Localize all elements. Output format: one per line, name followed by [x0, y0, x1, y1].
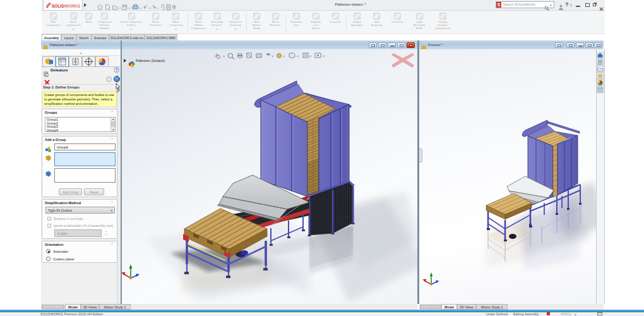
svg-text:▾: ▾ [297, 54, 299, 58]
svg-text:SOLIDWORKS: SOLIDWORKS [52, 3, 80, 8]
svg-text:▾: ▾ [283, 54, 285, 58]
svg-text:▾: ▾ [323, 54, 325, 58]
svg-text:▾: ▾ [309, 54, 311, 58]
svg-text:▾: ▾ [223, 54, 225, 58]
svg-text:▾: ▾ [271, 54, 273, 58]
